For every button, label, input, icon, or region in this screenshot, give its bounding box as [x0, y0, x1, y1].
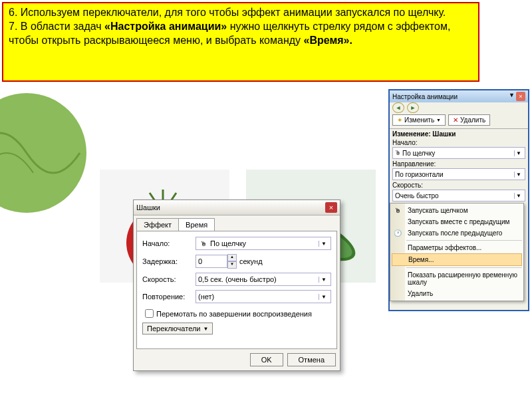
repeat-combo[interactable]: (нет) ▼: [196, 290, 331, 303]
instruction-6: 6. Используем переключатели, для того чт…: [9, 7, 446, 18]
triggers-button[interactable]: Переключатели ▼: [142, 323, 213, 334]
delay-value: 0: [198, 257, 202, 265]
menu-show-timeline[interactable]: Показать расширенную временную шкалу: [390, 269, 523, 288]
chevron-down-icon: ▼: [319, 277, 329, 283]
tp-start-combo[interactable]: 🖱 По щелчку ▼: [392, 147, 525, 159]
delay-label: Задержка:: [142, 257, 196, 265]
menu-label: Удалить: [408, 290, 433, 297]
speed-label: Скорость:: [142, 275, 196, 283]
menu-label: Время...: [408, 256, 434, 263]
cabbage-image: [0, 86, 93, 219]
chevron-down-icon: ▼: [514, 150, 523, 156]
sparkle-icon: ✦: [397, 116, 402, 124]
tab-time[interactable]: Время: [178, 218, 215, 231]
repeat-label: Повторение:: [142, 293, 196, 301]
start-combo[interactable]: 🖱 По щелчку ▼: [196, 237, 331, 250]
tp-speed-label: Скорость:: [392, 182, 423, 189]
dropdown-icon[interactable]: ▼: [509, 92, 515, 101]
menu-label: Запускать после предыдущего: [408, 229, 502, 237]
repeat-value: (нет): [198, 293, 319, 301]
instruction-box: 6. Используем переключатели, для того чт…: [2, 2, 479, 82]
modify-button[interactable]: ✦ Изменить ▼: [392, 114, 446, 126]
menu-start-click[interactable]: 🖱 Запускать щелчком: [390, 205, 523, 216]
delay-unit: секунд: [239, 257, 263, 265]
tp-direction-combo[interactable]: По горизонтали ▼: [392, 168, 525, 180]
menu-label: Показать расширенную временную шкалу: [408, 271, 519, 286]
tp-start-label: Начало:: [392, 139, 418, 146]
delay-spinner[interactable]: 0: [196, 255, 227, 268]
tp-direction-label: Направление:: [392, 160, 436, 168]
chevron-down-icon: ▼: [319, 241, 329, 247]
clock-icon: 🕐: [392, 228, 403, 239]
start-value: По щелчку: [210, 239, 319, 247]
chevron-down-icon: ▼: [436, 118, 441, 122]
tp-speed-value: Очень быстро: [395, 192, 514, 200]
nav-back-icon[interactable]: ◄: [392, 102, 404, 113]
menu-effect-options[interactable]: Параметры эффектов...: [390, 242, 523, 253]
delete-label: Удалить: [460, 116, 485, 124]
chevron-down-icon: ▼: [319, 294, 329, 300]
ok-button[interactable]: OK: [250, 353, 283, 366]
taskpane-header: Настройка анимации ▼ ×: [390, 90, 528, 102]
nav-forward-icon[interactable]: ►: [407, 102, 419, 113]
menu-start-after[interactable]: 🕐 Запускать после предыдущего: [390, 227, 523, 239]
close-icon[interactable]: ×: [325, 202, 337, 213]
expand-down-icon: ▼: [203, 326, 208, 332]
rewind-label: Перемотать по завершении воспроизведения: [156, 310, 312, 318]
menu-label: Запускать вместе с предыдущим: [408, 218, 510, 225]
chevron-down-icon: ▼: [514, 172, 523, 178]
x-icon: ✕: [453, 116, 458, 124]
tab-pane-time: Начало: 🖱 По щелчку ▼ Задержка: 0 ▲▼ сек…: [136, 231, 337, 349]
rewind-checkbox[interactable]: [145, 309, 154, 318]
delete-button[interactable]: ✕ Удалить: [448, 114, 490, 126]
mouse-icon: 🖱: [395, 150, 401, 156]
instruction-7-bold1: «Настройка анимации»: [104, 21, 227, 32]
tp-speed-combo[interactable]: Очень быстро ▼: [392, 190, 525, 201]
cancel-button[interactable]: Отмена: [287, 353, 336, 366]
menu-start-with[interactable]: Запускать вместе с предыдущим: [390, 216, 523, 227]
close-icon[interactable]: ×: [516, 92, 525, 101]
svg-point-0: [0, 93, 86, 213]
instruction-7-bold2: «Время».: [304, 35, 352, 46]
mouse-icon: 🖱: [198, 240, 208, 247]
effect-context-menu: 🖱 Запускать щелчком Запускать вместе с п…: [390, 203, 524, 301]
menu-label: Параметры эффектов...: [408, 244, 481, 251]
dialog-title-text: Шашки: [136, 203, 160, 211]
speed-combo[interactable]: 0,5 сек. (очень быстро) ▼: [196, 273, 331, 286]
dialog-tabs: Эффект Время: [136, 218, 337, 231]
tp-start-value: По щелчку: [402, 150, 514, 157]
menu-delete[interactable]: Удалить: [390, 288, 523, 299]
triggers-label: Переключатели: [147, 325, 200, 332]
spin-buttons[interactable]: ▲▼: [227, 254, 237, 269]
mouse-icon: 🖱: [392, 205, 403, 216]
start-label: Начало:: [142, 239, 196, 247]
menu-label: Запускать щелчком: [408, 207, 468, 214]
dialog-titlebar: Шашки ×: [134, 200, 340, 215]
timing-dialog: Шашки × Эффект Время Начало: 🖱 По щелчку…: [133, 200, 340, 371]
menu-timing[interactable]: Время...: [392, 253, 522, 266]
taskpane-title: Настройка анимации: [392, 93, 458, 100]
change-label: Изменение: Шашки: [392, 130, 456, 138]
speed-value: 0,5 сек. (очень быстро): [198, 275, 319, 283]
tp-direction-value: По горизонтали: [395, 171, 514, 178]
instruction-7-prefix: 7. В области задач: [9, 21, 104, 32]
tab-effect[interactable]: Эффект: [136, 218, 179, 231]
modify-label: Изменить: [404, 116, 434, 124]
chevron-down-icon: ▼: [514, 193, 523, 199]
